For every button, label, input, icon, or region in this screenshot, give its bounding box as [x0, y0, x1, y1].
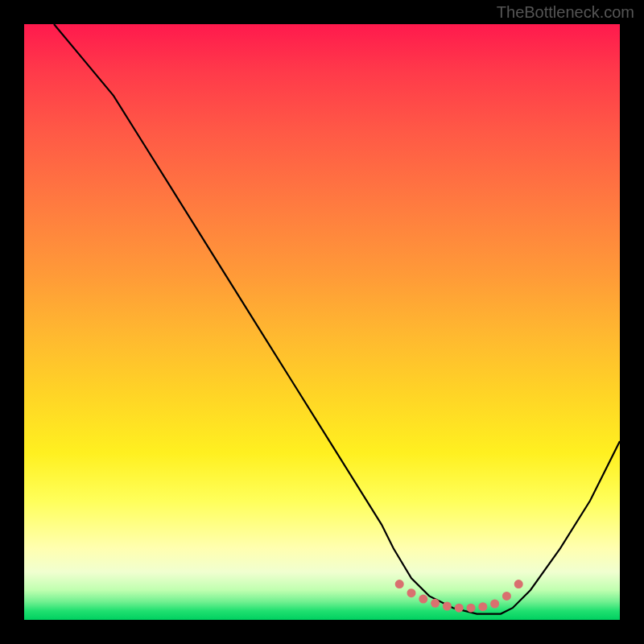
- valley-marker: [419, 595, 427, 604]
- plot-area: [24, 24, 620, 620]
- chart-svg: [24, 24, 620, 620]
- valley-marker: [395, 580, 404, 588]
- bottleneck-curve: [54, 24, 620, 614]
- valley-marker: [490, 600, 499, 609]
- valley-marker: [455, 604, 464, 613]
- valley-markers: [395, 580, 523, 613]
- valley-marker: [407, 588, 416, 597]
- valley-marker: [431, 599, 440, 608]
- valley-marker: [514, 580, 523, 588]
- valley-marker: [478, 602, 487, 611]
- valley-marker: [467, 604, 476, 613]
- attribution-text: TheBottleneck.com: [497, 3, 634, 22]
- valley-marker: [443, 602, 452, 611]
- valley-marker: [502, 592, 511, 601]
